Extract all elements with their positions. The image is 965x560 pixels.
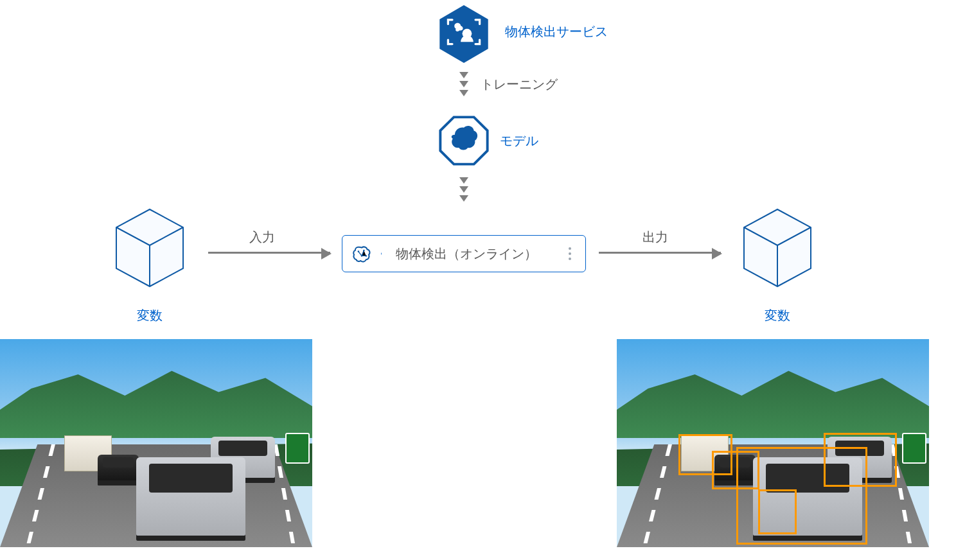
service-label: 物体検出サービス bbox=[505, 23, 608, 40]
output-variable-cube-icon bbox=[739, 206, 816, 289]
output-example-image bbox=[617, 339, 929, 547]
bounding-box bbox=[758, 489, 797, 534]
brain-icon bbox=[342, 236, 382, 272]
model-to-block-arrow bbox=[459, 177, 468, 202]
more-menu-icon[interactable] bbox=[563, 247, 585, 260]
bounding-box bbox=[824, 433, 897, 487]
output-label: 出力 bbox=[642, 229, 668, 246]
block-label: 物体検出（オンライン） bbox=[382, 245, 563, 263]
service-hexagon-icon bbox=[438, 4, 490, 64]
input-variable-cube-icon bbox=[111, 206, 188, 289]
object-detection-block[interactable]: 物体検出（オンライン） bbox=[342, 235, 586, 272]
input-label: 入力 bbox=[249, 229, 275, 246]
input-example-image bbox=[0, 339, 312, 547]
model-label: モデル bbox=[500, 132, 538, 150]
input-var-label: 変数 bbox=[137, 307, 163, 324]
input-arrow bbox=[208, 252, 330, 254]
training-arrow bbox=[459, 72, 468, 96]
output-var-label: 変数 bbox=[765, 307, 790, 324]
training-label: トレーニング bbox=[481, 76, 558, 93]
model-octagon-icon bbox=[439, 116, 489, 166]
output-arrow bbox=[599, 252, 721, 254]
